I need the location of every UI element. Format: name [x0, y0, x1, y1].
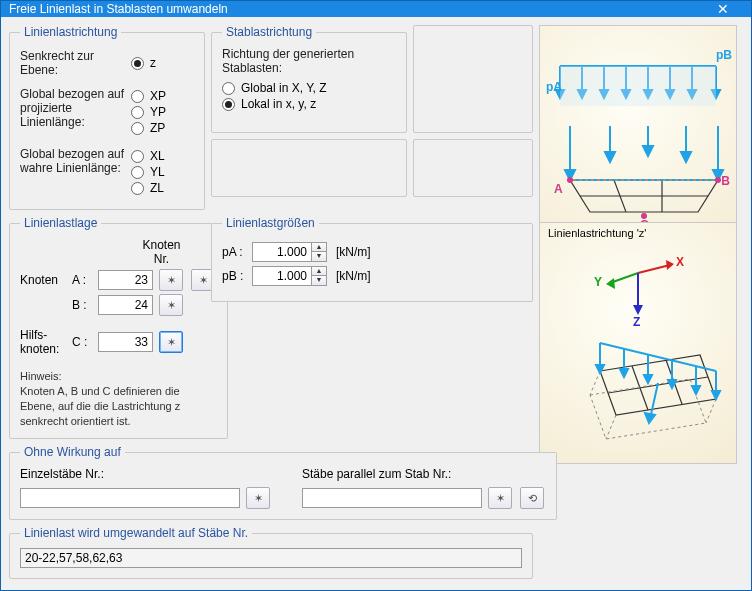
- pick-parallel-icon[interactable]: ✶: [488, 487, 512, 509]
- svg-line-36: [638, 265, 670, 273]
- group-empty-3: [413, 139, 533, 197]
- input-parallel[interactable]: [302, 488, 482, 508]
- svg-marker-41: [633, 305, 643, 315]
- window-title: Freie Linienlast in Stablasten umwandeln: [9, 2, 228, 16]
- label-pA: pA: [546, 80, 562, 94]
- caption: Richtung der generierten Stablasten:: [222, 47, 396, 75]
- svg-rect-17: [560, 66, 716, 106]
- radio-z[interactable]: [131, 57, 144, 70]
- close-icon[interactable]: ✕: [703, 1, 743, 17]
- preview-diagram-1: pA pB A B C: [539, 25, 737, 245]
- svg-marker-56: [644, 375, 652, 383]
- svg-marker-25: [681, 152, 691, 162]
- legend: Linienlast wird umgewandelt auf Stäbe Nr…: [20, 526, 252, 540]
- spin-down-icon[interactable]: ▼: [312, 276, 326, 285]
- group-empty-2: [413, 25, 533, 133]
- svg-line-48: [706, 399, 716, 423]
- svg-line-47: [590, 371, 600, 395]
- input-knoten-a[interactable]: [98, 270, 153, 290]
- svg-marker-58: [668, 380, 676, 388]
- radio-lokal[interactable]: [222, 98, 235, 111]
- legend: Stablastrichtung: [222, 25, 316, 39]
- pick-einzel-icon[interactable]: ✶: [246, 487, 270, 509]
- svg-marker-37: [666, 260, 674, 270]
- group-linienlastlage: Linienlastlage Knoten Nr. Knoten A : ✶ ✶…: [9, 216, 228, 439]
- radio-zp[interactable]: [131, 122, 144, 135]
- legend: Ohne Wirkung auf: [20, 445, 125, 459]
- label-B: B: [721, 174, 730, 188]
- label-hilfs: Hilfs- knoten:: [20, 328, 66, 356]
- radio-zl[interactable]: [131, 182, 144, 195]
- input-knoten-b[interactable]: [98, 295, 153, 315]
- spin-up-icon[interactable]: ▲: [312, 267, 326, 276]
- label-knoten: Knoten: [20, 273, 66, 287]
- legend: Linienlastrichtung: [20, 25, 121, 39]
- label-A: A :: [72, 273, 92, 287]
- svg-point-34: [715, 177, 721, 183]
- undo-parallel-icon[interactable]: ⟲: [520, 487, 544, 509]
- label-A: A: [554, 182, 563, 196]
- radio-yl[interactable]: [131, 166, 144, 179]
- legend: Linienlastlage: [20, 216, 101, 230]
- svg-marker-62: [712, 391, 720, 399]
- label-wahre: Global bezogen auf wahre Linienlänge:: [20, 147, 125, 175]
- output-staebe: [20, 548, 522, 568]
- svg-marker-39: [606, 278, 615, 289]
- group-ohne-wirkung: Ohne Wirkung auf Einzelstäbe Nr.: Stäbe …: [9, 445, 557, 520]
- pick-node-c-icon[interactable]: ✶: [159, 331, 183, 353]
- group-linienlastrichtung: Linienlastrichtung Senkrecht zur Ebene: …: [9, 25, 205, 210]
- input-pA[interactable]: [252, 242, 312, 262]
- spin-down-icon[interactable]: ▼: [312, 252, 326, 261]
- radio-yp[interactable]: [131, 106, 144, 119]
- axis-x: X: [676, 255, 684, 269]
- svg-marker-60: [692, 386, 700, 394]
- group-stablastrichtung: Stablastrichtung Richtung der generierte…: [211, 25, 407, 133]
- input-pB[interactable]: [252, 266, 312, 286]
- svg-marker-21: [605, 152, 615, 162]
- label-einzel: Einzelstäbe Nr.:: [20, 467, 240, 481]
- pick-node-b-icon[interactable]: ✶: [159, 294, 183, 316]
- spin-up-icon[interactable]: ▲: [312, 243, 326, 252]
- group-empty-1: [211, 139, 407, 197]
- radio-xl[interactable]: [131, 150, 144, 163]
- svg-marker-64: [645, 413, 655, 423]
- label-senkrecht: Senkrecht zur Ebene:: [20, 49, 125, 77]
- radio-z-label: z: [150, 56, 156, 70]
- dialog-window: Freie Linienlast in Stablasten umwandeln…: [0, 0, 752, 591]
- label-C: C :: [72, 335, 92, 349]
- label-B: B :: [72, 298, 92, 312]
- hint-text: Knoten A, B und C definieren die Ebene, …: [20, 384, 217, 429]
- input-knoten-c[interactable]: [98, 332, 153, 352]
- group-umgewandelt: Linienlast wird umgewandelt auf Stäbe Nr…: [9, 526, 533, 579]
- radio-xp[interactable]: [131, 90, 144, 103]
- label-pB: pB: [716, 48, 732, 62]
- svg-line-50: [600, 343, 716, 371]
- axis-y: Y: [594, 275, 602, 289]
- label-pA: pA :: [222, 245, 246, 259]
- unit-pA: [kN/m]: [336, 245, 380, 259]
- svg-marker-54: [620, 369, 628, 377]
- preview-diagram-2: Linienlastrichtung 'z': [539, 222, 737, 464]
- label-pB: pB :: [222, 269, 246, 283]
- label-parallel: Stäbe parallel zum Stab Nr.:: [302, 467, 482, 481]
- svg-point-33: [567, 177, 573, 183]
- svg-marker-52: [596, 365, 604, 373]
- svg-marker-23: [643, 146, 653, 156]
- hint-label: Hinweis:: [20, 369, 217, 384]
- svg-line-49: [606, 415, 616, 439]
- group-linienlastgroessen: Linienlastgrößen pA : ▲▼ [kN/m] pB : ▲▼ …: [211, 216, 533, 302]
- col-header: Knoten Nr.: [134, 238, 189, 266]
- titlebar: Freie Linienlast in Stablasten umwandeln…: [1, 1, 751, 17]
- label-proj: Global bezogen auf projizierte Linienlän…: [20, 87, 125, 129]
- unit-pB: [kN/m]: [336, 269, 380, 283]
- radio-global[interactable]: [222, 82, 235, 95]
- legend: Linienlastgrößen: [222, 216, 319, 230]
- pick-node-a-icon[interactable]: ✶: [159, 269, 183, 291]
- input-einzel[interactable]: [20, 488, 240, 508]
- axis-z: Z: [633, 315, 640, 329]
